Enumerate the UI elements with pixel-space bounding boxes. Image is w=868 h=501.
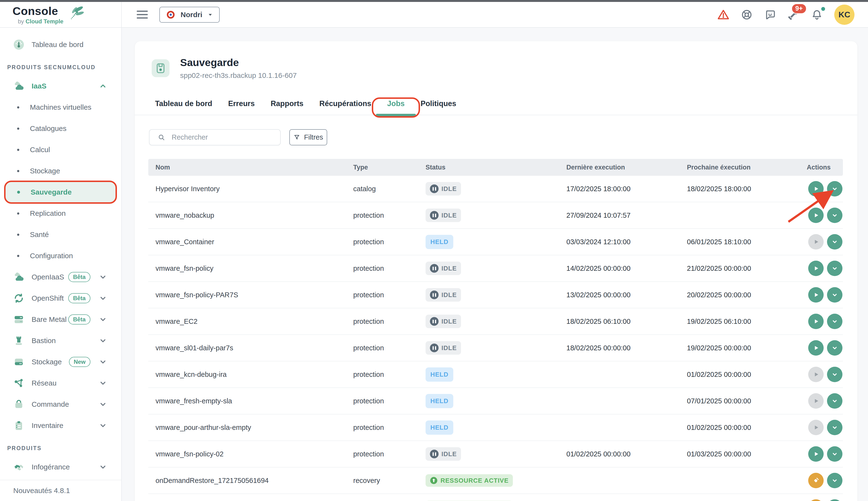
cleanup-button[interactable] [808,499,824,501]
chevron-up-icon [99,82,107,90]
sidebar-item-commande[interactable]: Commande [0,394,121,415]
table-row[interactable]: onDemandRestore_1722602992422recoveryRES… [148,494,843,501]
filters-button[interactable]: Filtres [289,129,327,146]
sidebar-item-label: Sauvegarde [31,188,72,196]
job-status-cell: IDLE [426,288,566,302]
topbar-actions: 9+KC [717,4,855,25]
alerts-button[interactable] [717,9,729,21]
table-row[interactable]: vmware_fsn-policyprotectionIDLE14/02/202… [148,255,843,282]
tab-label: Politiques [420,99,456,108]
sidebar-item-bastion[interactable]: Bastion [0,330,121,351]
run-job-button[interactable] [808,367,824,382]
tab-rapports[interactable]: Rapports [270,94,303,115]
table-row[interactable]: Hypervisor InventorycatalogIDLE17/02/202… [148,176,843,202]
status-label: IDLE [441,212,457,219]
run-job-button[interactable] [808,287,824,302]
tenant-name: Nordri [181,11,202,19]
expand-row-button[interactable] [827,367,843,382]
sidebar-footer-version[interactable]: Nouveautés 4.8.1 [0,480,121,501]
sidebar-item-catalogues[interactable]: Catalogues [0,118,121,139]
table-row[interactable]: vmware_sl01-daily-par7sprotectionIDLE18/… [148,335,843,361]
sidebar-item-sauvegarde[interactable]: Sauvegarde [0,182,121,203]
sidebar-item-replication[interactable]: Replication [0,203,121,224]
tab-jobs[interactable]: Jobs [387,94,405,115]
sidebar-item-openshift[interactable]: OpenShiftBêta [0,288,121,309]
tenant-selector[interactable]: Nordri [159,7,219,23]
sidebar-item-r-seau[interactable]: Réseau [0,373,121,394]
sidebar-item-label: IaaS [32,82,46,90]
sidebar-item-iaas[interactable]: IaaS [0,75,121,97]
job-name: vmware_nobackup [148,211,353,220]
expand-row-button[interactable] [827,420,843,435]
search-box[interactable] [149,129,281,146]
stockage-icon [13,356,24,367]
expand-row-button[interactable] [827,260,843,276]
expand-row-button[interactable] [827,473,843,488]
notifications-button[interactable] [811,9,823,21]
table-row[interactable]: vmware_fsn-policy-PAR7SprotectionIDLE13/… [148,282,843,308]
sidebar-item-stockage[interactable]: StockageNew [0,351,121,373]
table-row[interactable]: vmware_fsn-policy-02protectionIDLE01/02/… [148,441,843,468]
sidebar-item-machines-virtuelles[interactable]: Machines virtuelles [0,97,121,118]
sidebar-item-sant[interactable]: Santé [0,224,121,245]
user-avatar[interactable]: KC [834,4,855,25]
run-job-button[interactable] [808,207,824,223]
sidebar-item-infog-rance[interactable]: Infogérance [0,456,121,478]
row-actions [807,181,843,196]
support-button[interactable] [741,9,753,21]
tab-r-cup-rations[interactable]: Récupérations [320,94,371,115]
table-row[interactable]: vmware_nobackupprotectionIDLE27/09/2024 … [148,202,843,229]
run-job-button[interactable] [808,420,824,435]
sidebar-item-bare-metal[interactable]: Bare MetalBêta [0,309,121,330]
bullet-icon [17,234,19,236]
expand-row-button[interactable] [827,393,843,409]
next-execution: 19/02/2025 00:00:00 [687,344,807,352]
sidebar-item-configuration[interactable]: Configuration [0,245,121,266]
expand-row-button[interactable] [827,499,843,501]
expand-row-button[interactable] [827,234,843,249]
expand-row-button[interactable] [827,207,843,223]
table-row[interactable]: vmware_EC2protectionIDLE18/02/2025 06:10… [148,308,843,335]
sidebar-item-tableau-de-bord[interactable]: Tableau de bord [0,34,121,55]
tab-erreurs[interactable]: Erreurs [228,94,255,115]
tools-button[interactable]: 9+ [787,9,800,21]
expand-row-button[interactable] [827,287,843,302]
tab-tableau-de-bord[interactable]: Tableau de bord [155,94,212,115]
expand-row-button[interactable] [827,340,843,355]
run-job-button[interactable] [808,181,824,196]
table-row[interactable]: vmware_ContainerprotectionHELD03/03/2024… [148,229,843,255]
table-row[interactable]: vmware_pour-arthur-sla-emptyprotectionHE… [148,414,843,441]
menu-hamburger-icon[interactable] [137,11,148,19]
run-job-button[interactable] [808,393,824,409]
tab-label: Jobs [387,99,405,108]
run-job-button[interactable] [808,340,824,355]
expand-row-button[interactable] [827,314,843,329]
sidebar-item-stockage[interactable]: Stockage [0,160,121,182]
row-actions [807,287,843,302]
sidebar-item-inventaire[interactable]: Inventaire [0,415,121,436]
sidebar-item-label: Catalogues [30,125,66,132]
logo[interactable]: Console by Cloud Temple [0,2,121,28]
job-type: protection [353,450,426,458]
expand-row-button[interactable] [827,181,843,196]
run-job-button[interactable] [808,234,824,249]
tableau-de-bord-icon [13,39,24,50]
bullet-icon [17,128,19,130]
run-job-button[interactable] [808,260,824,276]
run-job-button[interactable] [808,314,824,329]
infog-rance-icon [13,461,24,472]
search-input[interactable] [172,133,280,141]
cleanup-button[interactable] [808,473,824,488]
status-label: RESSOURCE ACTIVE [440,477,508,484]
sidebar-section-label: PRODUITS SECNUMCLOUD [0,55,121,75]
sidebar-item-calcul[interactable]: Calcul [0,139,121,160]
warning-triangle-icon [717,9,729,21]
expand-row-button[interactable] [827,446,843,462]
tab-politiques[interactable]: Politiques [420,94,456,115]
table-row[interactable]: vmware_fresh-empty-slaprotectionHELD07/0… [148,388,843,414]
feedback-button[interactable] [764,9,776,21]
run-job-button[interactable] [808,446,824,462]
table-row[interactable]: onDemandRestore_1721750561694recoveryRES… [148,468,843,494]
sidebar-item-openiaas[interactable]: OpenIaaSBêta [0,266,121,288]
table-row[interactable]: vmware_kcn-debug-iraprotectionHELD01/02/… [148,361,843,388]
